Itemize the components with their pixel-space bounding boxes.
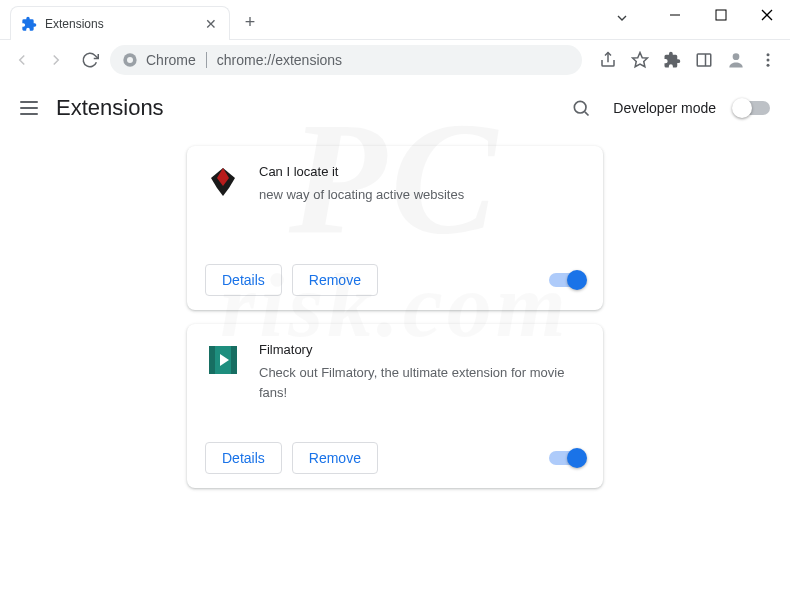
svg-rect-18 [231, 346, 237, 374]
extension-icon [205, 342, 241, 378]
browser-tab[interactable]: Extensions ✕ [10, 6, 230, 40]
extension-card: Can I locate it new way of locating acti… [187, 146, 603, 310]
address-bar[interactable]: Chrome chrome://extensions [110, 45, 582, 75]
menu-icon[interactable] [20, 101, 38, 115]
maximize-button[interactable] [698, 0, 744, 30]
details-button[interactable]: Details [205, 442, 282, 474]
toolbar: Chrome chrome://extensions [0, 40, 790, 80]
tab-overflow-chevron-icon[interactable] [614, 10, 630, 26]
developer-mode-label: Developer mode [613, 100, 716, 116]
svg-point-11 [767, 53, 770, 56]
extension-description: Check out Filmatory, the ultimate extens… [259, 363, 585, 402]
omnibox-url: chrome://extensions [217, 52, 342, 68]
developer-mode-toggle[interactable] [734, 101, 770, 115]
svg-point-5 [127, 57, 133, 63]
back-button[interactable] [8, 46, 36, 74]
svg-line-15 [585, 112, 589, 116]
forward-button[interactable] [42, 46, 70, 74]
svg-rect-17 [209, 346, 215, 374]
tab-title: Extensions [45, 17, 195, 31]
svg-point-13 [767, 64, 770, 67]
close-window-button[interactable] [744, 0, 790, 30]
details-button[interactable]: Details [205, 264, 282, 296]
remove-button[interactable]: Remove [292, 264, 378, 296]
extension-toggle[interactable] [549, 451, 585, 465]
omnibox-divider [206, 52, 207, 68]
close-tab-icon[interactable]: ✕ [203, 16, 219, 32]
profile-button[interactable] [722, 46, 750, 74]
chrome-icon [122, 52, 138, 68]
page-header: Extensions Developer mode [0, 80, 790, 136]
extension-name: Can I locate it [259, 164, 464, 179]
svg-point-12 [767, 59, 770, 62]
svg-point-10 [733, 53, 740, 60]
extension-name: Filmatory [259, 342, 585, 357]
window-titlebar: Extensions ✕ + [0, 0, 790, 40]
page-title: Extensions [56, 95, 164, 121]
bookmark-button[interactable] [626, 46, 654, 74]
extensions-list: Can I locate it new way of locating acti… [0, 136, 790, 508]
extension-description: new way of locating active websites [259, 185, 464, 205]
window-controls [652, 0, 790, 30]
minimize-button[interactable] [652, 0, 698, 30]
extension-icon [205, 164, 241, 200]
reload-button[interactable] [76, 46, 104, 74]
search-extensions-button[interactable] [567, 94, 595, 122]
svg-rect-1 [716, 10, 726, 20]
share-button[interactable] [594, 46, 622, 74]
extensions-button[interactable] [658, 46, 686, 74]
omnibox-scheme: Chrome [146, 52, 196, 68]
extension-card: Filmatory Check out Filmatory, the ultim… [187, 324, 603, 488]
new-tab-button[interactable]: + [236, 8, 264, 36]
side-panel-button[interactable] [690, 46, 718, 74]
menu-button[interactable] [754, 46, 782, 74]
svg-rect-8 [697, 54, 711, 66]
remove-button[interactable]: Remove [292, 442, 378, 474]
svg-marker-7 [633, 53, 648, 67]
svg-point-14 [575, 101, 587, 113]
extension-toggle[interactable] [549, 273, 585, 287]
puzzle-icon [21, 16, 37, 32]
